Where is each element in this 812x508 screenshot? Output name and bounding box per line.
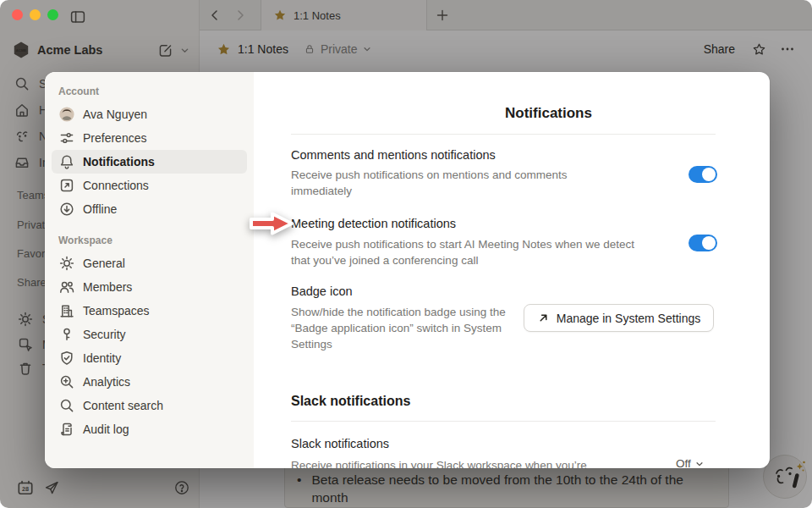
settings-nav-item-members[interactable]: Members — [52, 275, 247, 299]
settings-nav-item-connections[interactable]: Connections — [52, 174, 247, 197]
chevron-down-icon — [695, 460, 704, 468]
setting-row-title: Meeting detection notifications — [291, 217, 456, 230]
settings-nav-workspace-label: Workspace — [52, 235, 247, 246]
gear-icon — [58, 255, 75, 272]
settings-nav-item-account[interactable]: Ava Nguyen — [52, 102, 247, 126]
meeting-detection-toggle[interactable] — [689, 235, 717, 251]
search-icon — [58, 397, 75, 414]
minimize-window-button[interactable] — [30, 9, 41, 20]
setting-row-desc: Show/hide the notification badge using t… — [291, 304, 521, 352]
settings-nav-item-general[interactable]: General — [52, 251, 247, 275]
comments-mentions-toggle[interactable] — [689, 166, 717, 183]
settings-nav-item-offline[interactable]: Offline — [52, 197, 247, 221]
annotation-arrow — [247, 207, 296, 240]
zoom-window-button[interactable] — [47, 9, 58, 20]
settings-nav-item-security[interactable]: Security — [52, 323, 247, 346]
settings-title: Notifications — [505, 105, 592, 122]
manage-in-system-settings-button[interactable]: Manage in System Settings — [524, 304, 714, 332]
setting-row-desc: Receive notifications in your Slack work… — [291, 457, 655, 468]
settings-nav-item-teamspaces[interactable]: Teamspaces — [52, 299, 247, 323]
avatar — [58, 106, 75, 123]
settings-nav-item-notifications[interactable]: Notifications — [52, 150, 247, 174]
slack-section-title: Slack notifications — [291, 394, 410, 409]
magnifier-plus-icon — [58, 373, 75, 390]
divider — [291, 421, 716, 422]
setting-row-title: Slack notifications — [291, 437, 389, 450]
setting-row-title: Badge icon — [291, 284, 353, 298]
divider — [291, 134, 716, 135]
people-icon — [58, 279, 75, 295]
external-link-icon — [58, 177, 75, 194]
app-window: ACME Acme Labs Search Home Noti — [0, 0, 812, 508]
settings-nav-item-audit-log[interactable]: Audit log — [52, 417, 247, 441]
shield-check-icon — [58, 350, 75, 367]
settings-content: × Notifications Comments and mentions no… — [254, 72, 770, 468]
settings-nav: Account Ava Nguyen Preferences Notificat… — [45, 72, 254, 468]
building-icon — [58, 302, 75, 319]
slack-notifications-select[interactable]: Off — [676, 457, 704, 468]
settings-modal: Account Ava Nguyen Preferences Notificat… — [45, 72, 770, 468]
setting-row-desc: Receive push notifications to start AI M… — [291, 236, 655, 268]
settings-nav-item-content-search[interactable]: Content search — [52, 394, 247, 417]
setting-row-desc: Receive push notifications on mentions a… — [291, 167, 629, 199]
bell-icon — [58, 153, 75, 170]
close-window-button[interactable] — [12, 9, 23, 20]
settings-nav-item-analytics[interactable]: Analytics — [52, 370, 247, 394]
sliders-icon — [58, 130, 75, 146]
setting-row-title: Comments and mentions notifications — [291, 148, 496, 162]
download-circle-icon — [58, 201, 75, 218]
settings-nav-item-identity[interactable]: Identity — [52, 346, 247, 370]
external-arrow-icon — [537, 312, 550, 324]
key-icon — [58, 326, 75, 343]
window-controls — [12, 9, 58, 20]
settings-nav-item-preferences[interactable]: Preferences — [52, 126, 247, 150]
settings-nav-account-label: Account — [52, 86, 247, 97]
scroll-icon — [58, 421, 75, 438]
